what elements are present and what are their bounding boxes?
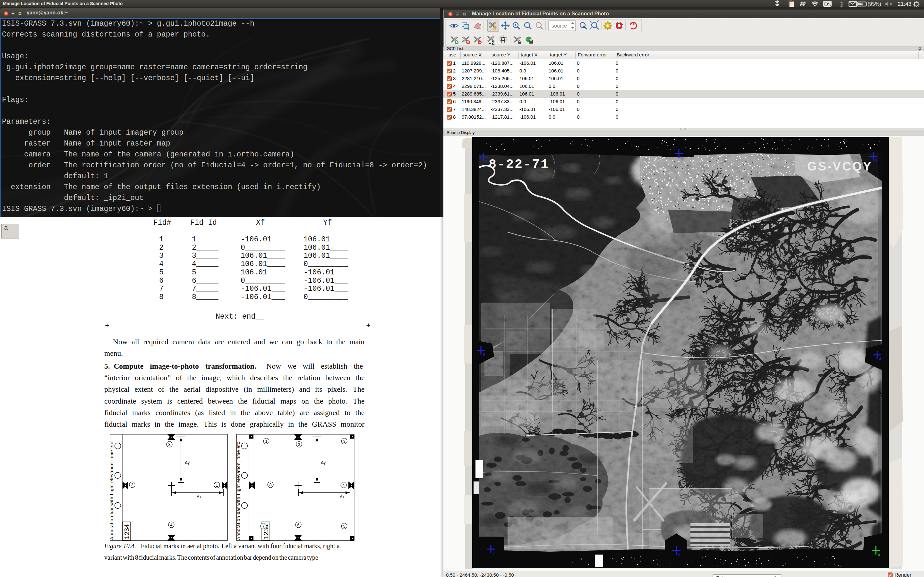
svg-text:1234: 1234 [123,524,130,539]
svg-text:+: + [489,41,491,46]
svg-text:Δy: Δy [185,460,190,465]
svg-text:Σ: Σ [491,40,495,45]
svg-text:4: 4 [170,523,173,527]
svg-text:5: 5 [878,552,880,557]
svg-text:Δy: Δy [321,460,326,465]
svg-text:GS-VCQY: GS-VCQY [807,160,872,173]
svg-text:1: 1 [485,159,488,163]
svg-text:Δx: Δx [197,494,202,499]
svg-text:8: 8 [483,352,485,357]
svg-text:3: 3 [343,439,346,444]
svg-text:6: 6 [678,552,680,557]
svg-text:En: En [824,2,830,6]
svg-text:7: 7 [262,524,265,529]
svg-text:(95%): (95%) [867,1,881,7]
svg-text:source: source [551,23,567,29]
svg-text:Annotation bar with flight ele: Annotation bar with flight elevation, ti… [110,440,114,540]
svg-text:Annotation bar with flight ele: Annotation bar with flight elevation, ti… [236,440,241,540]
svg-text:1: 1 [830,4,831,7]
svg-text:1: 1 [265,439,268,444]
svg-text:6: 6 [297,523,300,527]
svg-text:Δx: Δx [340,494,345,499]
svg-text:2: 2 [298,442,300,447]
svg-text:8: 8 [270,483,272,487]
svg-text:4: 4 [879,357,881,361]
svg-text:3: 3 [875,158,877,163]
svg-text:2: 2 [131,483,134,487]
svg-text:5: 5 [343,524,346,529]
svg-text:21:43: 21:43 [898,1,911,7]
svg-text:8-22-71: 8-22-71 [489,157,549,172]
svg-text:1: 1 [216,483,218,488]
svg-text:3: 3 [168,442,171,447]
svg-text:4: 4 [342,483,345,488]
svg-text:7: 7 [493,551,495,556]
svg-text:2: 2 [681,155,683,160]
